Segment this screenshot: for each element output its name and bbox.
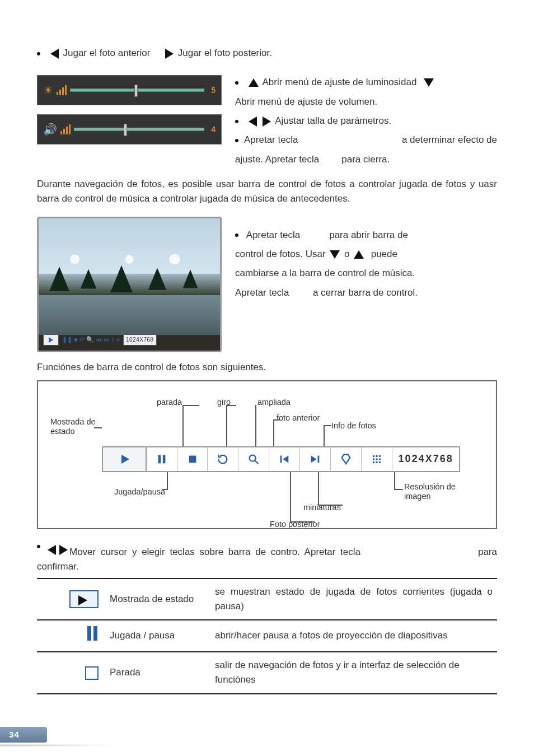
label-resolucion: Resolusión de imagen [404, 482, 477, 502]
adjust-press-text: ajuste. Apretar tecla [235, 152, 319, 167]
svg-point-14 [379, 458, 381, 460]
diagram-slot-resolution: 1024X768 [392, 447, 459, 471]
play-icon [49, 337, 53, 343]
footer-shadow [0, 744, 118, 747]
triangle-up-icon [354, 250, 364, 259]
triangle-up-icon [249, 78, 259, 87]
diagram-slot-stop [177, 447, 208, 471]
triangle-right-icon [59, 545, 68, 555]
diagram-slot-state [103, 447, 147, 471]
svg-rect-5 [280, 456, 282, 463]
diagram-slot-next [300, 447, 331, 471]
table-row: Mostrada de estado se muestran estado de… [37, 578, 497, 620]
level-bars-icon [57, 85, 67, 95]
label-foto-posterior: Foto posterior [270, 518, 320, 530]
brightness-icon: ☀ [43, 82, 53, 99]
row2-name: Jugada / pausa [105, 620, 210, 651]
svg-point-3 [250, 455, 256, 461]
svg-point-17 [379, 461, 381, 464]
change-music-bar-text: cambiarse a la barra de control de músic… [235, 266, 497, 281]
svg-point-13 [376, 458, 378, 460]
adjust-params-text: Ajustar talla de parámetros. [275, 115, 391, 126]
state-display-icon [69, 590, 99, 608]
row2-desc: abrir/hacer pausa a fotos de proyección … [210, 620, 497, 651]
nav-prev-next-line: Jugar el foto anterior Jugar el foto pos… [37, 46, 497, 60]
can-text: puede [371, 249, 397, 259]
label-mostrada-estado: Mostrada de estado [50, 417, 100, 437]
row1-name: Mostrada de estado [105, 578, 210, 620]
table-row: Parada salir de navegación de fotos y ir… [37, 652, 497, 694]
svg-point-9 [373, 455, 375, 458]
label-parada: parada [157, 396, 182, 408]
label-ampliada: ampliada [257, 396, 291, 408]
nav-description-paragraph: Durante navegación de fotos, es posible … [37, 177, 497, 207]
triangle-left-icon [50, 49, 59, 59]
bullet-icon [235, 81, 238, 85]
bullet-icon [37, 52, 40, 55]
move-cursor-text: Mover cursor y elegir teclas sobre barra… [69, 545, 444, 559]
play-icon [121, 455, 129, 464]
diagram-slot-zoom [238, 447, 269, 471]
bullet-icon [235, 234, 238, 237]
row1-desc: se muestran estado de jugada de fotos co… [210, 578, 497, 620]
control-bar-diagram: Mostrada de estado parada giro ampliada … [37, 380, 497, 529]
svg-point-11 [379, 455, 381, 458]
volume-value: 4 [211, 124, 216, 136]
svg-rect-2 [189, 456, 196, 463]
svg-rect-1 [162, 455, 165, 464]
label-giro: giro [217, 396, 231, 408]
slider-description: Abrir menú de ajuste de luminosidad Abri… [235, 75, 497, 171]
label-info-fotos: Info de fotos [331, 419, 376, 432]
stop-icon [85, 666, 99, 680]
triangle-left-icon [48, 545, 56, 555]
page-number: 34 [0, 727, 47, 743]
photo-description: Apretar tecla para abrir barra de contro… [235, 217, 497, 305]
triangle-right-icon [165, 49, 174, 59]
label-miniaturas: miniaturas [303, 501, 341, 514]
photo-resolution-badge: 1024X768 [123, 334, 157, 346]
press-key-close-text: Apretar tecla [235, 287, 289, 298]
row3-name: Parada [105, 652, 210, 694]
play-state-box [43, 334, 59, 346]
pause-icon [86, 626, 99, 645]
diagram-slot-prev [269, 447, 300, 471]
brightness-value: 5 [211, 85, 216, 97]
page-footer: 34 [0, 727, 47, 743]
diagram-slot-thumbs [362, 447, 392, 471]
press-key-text: Apretar tecla [244, 134, 298, 145]
bullet-icon [235, 139, 238, 142]
volume-slider: 🔊 4 [37, 114, 222, 144]
open-bar-text: para abrir barra de [329, 230, 408, 240]
row3-desc: salir de navegación de fotos y ir a inte… [210, 652, 497, 694]
table-row: Jugada / pausa abrir/hacer pausa a fotos… [37, 620, 497, 651]
svg-line-4 [255, 461, 259, 464]
svg-point-10 [376, 455, 378, 458]
bullet-icon [235, 120, 238, 123]
diagram-slot-info [331, 447, 362, 471]
next-photo-text: Jugar el foto posterior. [178, 48, 272, 58]
speaker-icon: 🔊 [43, 121, 57, 138]
diagram-slot-pause [147, 447, 177, 471]
or-text: o [344, 249, 349, 259]
label-jugada-pausa: Jugada/pausa [114, 486, 165, 498]
label-foto-anterior: foto anterior [277, 412, 320, 424]
to-close-text: para cierra. [341, 152, 390, 167]
functions-subheading: Funciónes de barra de control de fotos s… [37, 360, 497, 375]
control-bar-icons: ❚❚ ■ ⟳ 🔍 ⏮ ⏭ ⇆ ⊞ [62, 335, 120, 344]
close-bar-text: a cerrar barra de control. [313, 287, 418, 298]
open-volume-text: Abrir menú de ajuste de volumen. [235, 95, 497, 109]
svg-rect-8 [318, 456, 320, 463]
open-brightness-text: Abrir menú de ajuste de luminosidad [263, 77, 417, 87]
triangle-down-icon [424, 78, 434, 87]
press-key-text: Apretar tecla [246, 230, 300, 240]
triangle-left-icon [249, 116, 257, 127]
landscape-photo: ❚❚ ■ ⟳ 🔍 ⏮ ⏭ ⇆ ⊞ 1024X768 [37, 217, 222, 352]
svg-point-15 [373, 461, 375, 464]
brightness-slider: ☀ 5 [37, 75, 222, 105]
level-bars-icon [60, 124, 71, 134]
triangle-down-icon [330, 250, 340, 259]
sliders-illustration: ☀ 5 🔊 4 [37, 75, 222, 153]
svg-point-16 [376, 461, 378, 464]
svg-rect-0 [158, 455, 161, 464]
control-photos-text: control de fotos. Usar [235, 249, 326, 259]
